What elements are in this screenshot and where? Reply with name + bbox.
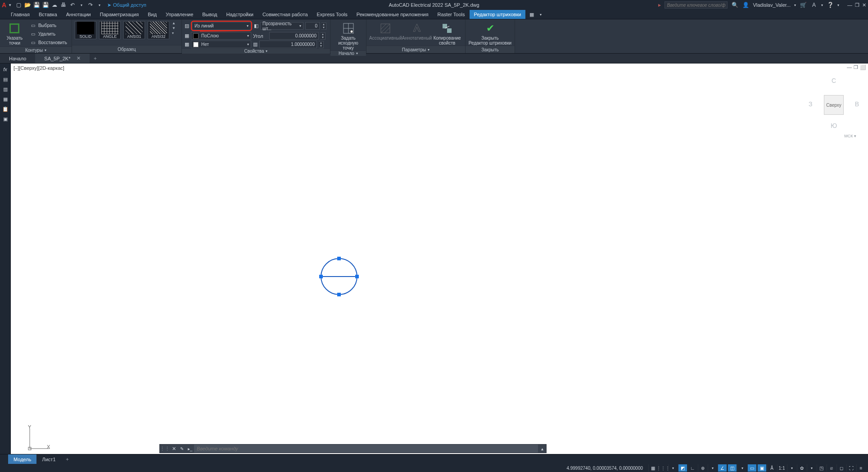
tab-raster[interactable]: Raster Tools <box>433 10 470 19</box>
sb-caret-4[interactable]: ▾ <box>787 464 796 472</box>
command-input[interactable] <box>194 445 538 453</box>
sb-ortho-icon[interactable]: ∟ <box>688 464 697 472</box>
fx-icon[interactable]: fx <box>1 65 9 73</box>
angle-value[interactable] <box>269 32 319 40</box>
save-icon[interactable]: 💾 <box>32 1 41 9</box>
drawing-canvas[interactable]: [–][Сверху][2D-каркас] — ❐ ⬜ С Ю З В Све… <box>11 64 868 454</box>
undo-menu-caret[interactable]: ▾ <box>77 1 86 9</box>
palette-icon-2[interactable]: ▥ <box>1 85 9 93</box>
vp-minimize-icon[interactable]: — <box>847 64 852 70</box>
pattern-scroll-down[interactable]: ▼ <box>172 26 176 30</box>
sb-caret-1[interactable]: ▾ <box>668 464 677 472</box>
sb-monitor-icon[interactable]: ⎚ <box>827 464 836 472</box>
saveas-icon[interactable]: 💾 <box>41 1 50 9</box>
help-caret[interactable]: ▾ <box>837 3 839 7</box>
sb-annoscale-icon[interactable]: Å <box>767 464 776 472</box>
sb-caret-2[interactable]: ▾ <box>708 464 717 472</box>
sb-gear-icon[interactable]: ✿ <box>797 464 806 472</box>
layout-model[interactable]: Модель <box>8 454 36 464</box>
redo-icon[interactable]: ↷ <box>86 1 95 9</box>
tab-view[interactable]: Вид <box>143 10 161 19</box>
minimize-icon[interactable]: — <box>847 2 852 8</box>
tab-hatch-editor[interactable]: Редактор штриховки <box>470 10 526 19</box>
sb-dyn-icon[interactable]: ▣ <box>757 464 766 472</box>
clipboard-icon[interactable]: 📋 <box>1 105 9 113</box>
associative-button[interactable]: Ассоциативный <box>369 21 402 41</box>
palette-icon-1[interactable]: ▤ <box>1 75 9 83</box>
grip-north[interactable] <box>337 257 341 260</box>
transparency-mode[interactable]: Прозрачность шт... ▾ <box>260 22 303 30</box>
new-icon[interactable]: ▢ <box>14 1 23 9</box>
tab-addins[interactable]: Надстройки <box>222 10 258 19</box>
sb-scale-label[interactable]: 1:1 <box>777 464 786 472</box>
account-icon[interactable]: 👤 <box>742 2 749 8</box>
scale-spinner[interactable]: ▲▼ <box>319 41 324 48</box>
user-menu-caret[interactable]: ▾ <box>794 3 796 7</box>
qat-caret[interactable]: ▼ <box>8 3 12 7</box>
app-home-icon[interactable]: A <box>810 2 818 8</box>
search-input[interactable] <box>665 1 728 9</box>
tab-insert[interactable]: Вставка <box>34 10 62 19</box>
palette-icon-5[interactable]: ▣ <box>1 115 9 123</box>
web-open-icon[interactable]: ☁ <box>50 1 59 9</box>
vp-restore-icon[interactable]: ❐ <box>854 64 858 70</box>
grip-west[interactable] <box>319 275 323 278</box>
share-button[interactable]: ➤ Общий доступ <box>107 2 146 8</box>
sb-snap-icon[interactable]: ◩ <box>678 464 687 472</box>
layout-sheet1[interactable]: Лист1 <box>36 454 61 464</box>
sb-otrack-icon[interactable]: ∠ <box>718 464 727 472</box>
set-origin-button[interactable]: Задать исходную точку <box>333 21 363 50</box>
layout-add-button[interactable]: ＋ <box>61 456 73 463</box>
restore-icon[interactable]: ❐ <box>855 2 859 8</box>
panel-properties-title[interactable]: Свойства ▾ <box>182 48 330 54</box>
bg-color-dropdown[interactable]: Нет ▾ <box>191 41 251 48</box>
cmdline-close-icon[interactable]: ✕ <box>170 446 178 452</box>
selected-circle[interactable] <box>320 257 358 297</box>
viewcube-east[interactable]: В <box>855 100 859 108</box>
ribbon-minimize-caret[interactable]: ▾ <box>537 11 544 18</box>
remove-boundary-button[interactable]: ▭ Удалить <box>28 30 69 38</box>
close-icon[interactable]: ✕ <box>862 2 866 8</box>
sb-grid-icon[interactable]: ⋮⋮⋮ <box>658 464 667 472</box>
ribbon-overflow-icon[interactable]: ▦ <box>528 11 535 18</box>
redo-menu-caret[interactable]: ▾ <box>95 1 104 9</box>
grip-east[interactable] <box>355 275 359 278</box>
cmdline-options-icon[interactable]: ✎ <box>178 446 186 451</box>
viewcube-west[interactable]: З <box>809 100 812 108</box>
sb-lock-icon[interactable]: ◻ <box>836 464 845 472</box>
app-home-caret[interactable]: ▾ <box>821 3 823 7</box>
select-boundary-button[interactable]: ▭ Выбрать <box>28 21 69 29</box>
transparency-spinner[interactable]: ▲▼ <box>321 23 326 30</box>
match-properties-button[interactable]: Копирование свойств <box>432 21 462 45</box>
open-icon[interactable]: 📂 <box>23 1 32 9</box>
sb-cleanscreen-icon[interactable]: ⛶ <box>846 464 855 472</box>
vp-maximize-icon[interactable]: ⬜ <box>860 64 866 70</box>
pattern-ansi31[interactable]: ANSI31 <box>123 21 145 39</box>
hatch-type-dropdown[interactable]: Из линий ▾ <box>192 22 251 30</box>
panel-options-title[interactable]: Параметры ▾ <box>366 45 465 53</box>
cmdline-history-icon[interactable]: ▴ <box>538 446 546 451</box>
annotative-button[interactable]: Аннотативный <box>402 21 432 41</box>
tab-output[interactable]: Вывод <box>198 10 222 19</box>
sb-customize-icon[interactable]: ≡ <box>856 464 865 472</box>
undo-icon[interactable]: ↶ <box>68 1 77 9</box>
tab-home[interactable]: Главная <box>6 10 34 19</box>
user-name[interactable]: Vladislav_Valer... <box>753 2 791 8</box>
tab-annotate[interactable]: Аннотации <box>62 10 95 19</box>
plot-icon[interactable]: 🖶 <box>59 1 68 9</box>
pattern-expand[interactable]: ▾ <box>172 31 176 35</box>
sb-polar-icon[interactable]: ⊕ <box>698 464 707 472</box>
tab-start[interactable]: Начало <box>0 54 35 63</box>
panel-origin-title[interactable]: Начало ▾ <box>330 50 366 56</box>
hatch-color-dropdown[interactable]: ПоСлою ▾ <box>191 32 251 40</box>
recreate-boundary-button[interactable]: ▭ Восстановить <box>28 38 69 46</box>
grip-south[interactable] <box>337 293 341 296</box>
sb-caret-3[interactable]: ▾ <box>737 464 746 472</box>
viewcube-south[interactable]: Ю <box>831 122 837 129</box>
panel-boundaries-title[interactable]: Контуры ▾ <box>0 46 72 53</box>
tab-manage[interactable]: Управление <box>161 10 198 19</box>
transparency-value[interactable] <box>305 22 320 30</box>
tab-close-icon[interactable]: ✕ <box>77 55 81 61</box>
tab-featured[interactable]: Рекомендованные приложения <box>352 10 433 19</box>
pick-points-button[interactable]: Указать точки <box>3 21 27 45</box>
